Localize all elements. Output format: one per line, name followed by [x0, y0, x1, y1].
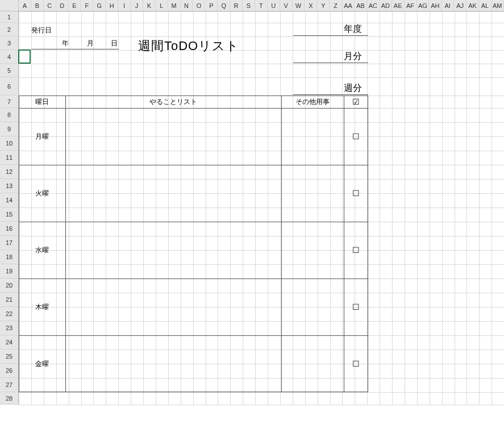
month-part-underline	[293, 63, 368, 63]
column-header-Y[interactable]: Y	[317, 0, 330, 11]
column-header-AG[interactable]: AG	[417, 0, 430, 11]
table-vline-1	[65, 95, 66, 392]
row-header-11[interactable]: 11	[0, 151, 18, 165]
column-headers: ABCDEFGHIJKLMNOPQRSTUVWXYZAAABACADAEAFAG…	[0, 0, 504, 11]
column-header-F[interactable]: F	[81, 0, 93, 11]
column-header-AM[interactable]: AM	[491, 0, 504, 11]
column-header-E[interactable]: E	[69, 0, 81, 11]
column-header-L[interactable]: L	[156, 0, 168, 11]
spreadsheet: ABCDEFGHIJKLMNOPQRSTUVWXYZAAABACADAEAFAG…	[0, 0, 504, 405]
fiscal-year-underline	[293, 35, 368, 36]
grid-area[interactable]: 発行日 年 月 日 週間ToDOリスト 年度 月分 週分	[19, 11, 504, 405]
column-header-AA[interactable]: AA	[342, 0, 355, 11]
row-header-18[interactable]: 18	[0, 250, 18, 264]
column-header-I[interactable]: I	[118, 0, 131, 11]
row-header-24[interactable]: 24	[0, 335, 18, 350]
row-header-7[interactable]: 7	[0, 95, 18, 108]
column-header-V[interactable]: V	[280, 0, 293, 11]
day-mon: 月曜	[19, 108, 65, 165]
row-header-16[interactable]: 16	[0, 222, 18, 236]
column-header-A[interactable]: A	[19, 0, 31, 11]
row-header-22[interactable]: 22	[0, 307, 18, 321]
column-header-AE[interactable]: AE	[392, 0, 405, 11]
column-header-O[interactable]: O	[193, 0, 205, 11]
check-tue[interactable]: ☐	[344, 165, 368, 222]
column-header-AK[interactable]: AK	[466, 0, 479, 11]
row-header-2[interactable]: 2	[0, 23, 18, 36]
column-header-AF[interactable]: AF	[405, 0, 417, 11]
column-header-D[interactable]: D	[56, 0, 69, 11]
row-header-12[interactable]: 12	[0, 165, 18, 179]
column-header-AJ[interactable]: AJ	[454, 0, 466, 11]
column-header-S[interactable]: S	[243, 0, 255, 11]
column-header-N[interactable]: N	[181, 0, 193, 11]
table-hline-3	[19, 278, 368, 279]
header-other: その他用事	[281, 95, 344, 108]
check-fri[interactable]: ☐	[344, 335, 368, 392]
select-all-corner[interactable]	[0, 0, 19, 11]
column-header-AD[interactable]: AD	[380, 0, 392, 11]
row-header-20[interactable]: 20	[0, 278, 18, 293]
row-header-27[interactable]: 27	[0, 378, 18, 392]
check-wed[interactable]: ☐	[344, 222, 368, 278]
column-header-AI[interactable]: AI	[441, 0, 454, 11]
row-header-3[interactable]: 3	[0, 36, 18, 50]
row-header-15[interactable]: 15	[0, 207, 18, 222]
row-headers: 1234567891011121314151617181920212223242…	[0, 11, 19, 405]
row-header-17[interactable]: 17	[0, 236, 18, 250]
column-header-K[interactable]: K	[143, 0, 156, 11]
day-thu: 木曜	[19, 278, 65, 335]
row-header-19[interactable]: 19	[0, 264, 18, 278]
row-header-6[interactable]: 6	[0, 77, 18, 95]
column-header-U[interactable]: U	[268, 0, 280, 11]
week-part-label: 週分	[344, 82, 362, 94]
table-outer-border	[19, 95, 368, 392]
row-header-21[interactable]: 21	[0, 293, 18, 307]
column-header-Q[interactable]: Q	[218, 0, 230, 11]
month-part-label: 月分	[344, 50, 362, 63]
column-header-B[interactable]: B	[31, 0, 44, 11]
column-header-J[interactable]: J	[131, 0, 143, 11]
row-header-13[interactable]: 13	[0, 179, 18, 193]
row-header-4[interactable]: 4	[0, 50, 18, 64]
day-tue: 火曜	[19, 165, 65, 222]
column-header-AL[interactable]: AL	[479, 0, 491, 11]
row-header-10[interactable]: 10	[0, 136, 18, 151]
column-header-AC[interactable]: AC	[367, 0, 380, 11]
header-day: 曜日	[19, 95, 65, 108]
header-tasks: やることリスト	[65, 95, 281, 108]
active-cell-indicator	[18, 49, 31, 64]
date-underline	[31, 49, 119, 49]
column-header-C[interactable]: C	[44, 0, 56, 11]
check-thu[interactable]: ☐	[344, 278, 368, 335]
row-header-5[interactable]: 5	[0, 64, 18, 77]
column-header-T[interactable]: T	[255, 0, 268, 11]
row-header-1[interactable]: 1	[0, 11, 18, 23]
row-header-14[interactable]: 14	[0, 193, 18, 207]
table-hline-2	[19, 222, 368, 222]
sheet-content: 発行日 年 月 日 週間ToDOリスト 年度 月分 週分	[19, 11, 504, 405]
check-mon[interactable]: ☐	[344, 108, 368, 165]
header-check: ☑	[344, 95, 368, 108]
column-header-Z[interactable]: Z	[330, 0, 342, 11]
column-header-G[interactable]: G	[93, 0, 106, 11]
column-header-X[interactable]: X	[305, 0, 317, 11]
row-header-25[interactable]: 25	[0, 350, 18, 364]
fiscal-year-label: 年度	[344, 23, 362, 35]
column-header-R[interactable]: R	[230, 0, 243, 11]
row-header-26[interactable]: 26	[0, 364, 18, 378]
row-header-28[interactable]: 28	[0, 392, 18, 405]
column-header-AH[interactable]: AH	[429, 0, 441, 11]
column-header-AB[interactable]: AB	[355, 0, 367, 11]
column-header-W[interactable]: W	[293, 0, 305, 11]
table-header-bottom	[19, 108, 368, 109]
date-month-label: 月	[87, 38, 94, 49]
column-header-M[interactable]: M	[168, 0, 181, 11]
table-hline-4	[19, 335, 368, 336]
column-header-P[interactable]: P	[205, 0, 218, 11]
row-header-9[interactable]: 9	[0, 122, 18, 136]
row-header-8[interactable]: 8	[0, 108, 18, 122]
row-header-23[interactable]: 23	[0, 321, 18, 335]
day-fri: 金曜	[19, 335, 65, 392]
column-header-H[interactable]: H	[106, 0, 118, 11]
